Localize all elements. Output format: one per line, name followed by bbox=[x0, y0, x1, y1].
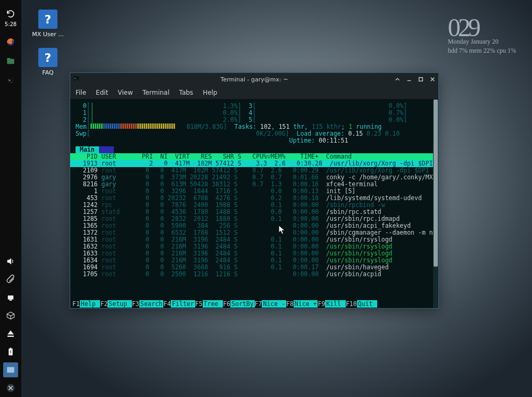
reload-icon[interactable] bbox=[3, 6, 18, 21]
menu-file[interactable]: File bbox=[76, 89, 86, 96]
terminal-launcher-icon[interactable]: >_ bbox=[3, 73, 18, 88]
svg-rect-6 bbox=[10, 300, 12, 301]
minimize-button[interactable] bbox=[403, 73, 415, 85]
htop-header: 0[| 1.3%] 3[ 0.0%] 1[| 0.0%] 4[ 0.7%] 2[… bbox=[70, 100, 438, 146]
menubar: File Edit View Terminal Tabs Help bbox=[70, 86, 438, 100]
htop-fkeys[interactable]: F1Help F2Setup F3SearchF4FilterF5Tree F6… bbox=[70, 301, 433, 308]
svg-rect-5 bbox=[8, 295, 14, 300]
svg-rect-2 bbox=[7, 58, 10, 60]
left-panel: 5:28 >_ bbox=[0, 0, 21, 397]
svg-rect-9 bbox=[7, 367, 14, 373]
menu-terminal[interactable]: Terminal bbox=[143, 89, 170, 96]
menu-view[interactable]: View bbox=[118, 89, 132, 96]
menu-icon[interactable] bbox=[3, 381, 18, 395]
firefox-icon[interactable] bbox=[3, 35, 18, 49]
svg-text:>_: >_ bbox=[74, 77, 78, 80]
rollup-button[interactable] bbox=[392, 73, 403, 85]
titlebar[interactable]: >_ Terminal - gary@mx: ~ bbox=[70, 73, 438, 86]
menu-help[interactable]: Help bbox=[203, 89, 217, 96]
maximize-button[interactable] bbox=[415, 73, 427, 85]
active-window-icon[interactable] bbox=[3, 362, 18, 377]
svg-text:>_: >_ bbox=[9, 78, 13, 82]
terminal-window: >_ Terminal - gary@mx: ~ File Edit View … bbox=[70, 72, 439, 309]
scrollbar-thumb[interactable] bbox=[434, 100, 438, 267]
network-icon[interactable] bbox=[3, 290, 18, 305]
attach-icon[interactable] bbox=[3, 272, 18, 287]
scrollbar[interactable] bbox=[433, 100, 438, 308]
overlay-stats: hdd 7% mem 22% cpu 1% bbox=[448, 47, 516, 55]
svg-rect-8 bbox=[10, 348, 12, 349]
desktop-icon-label: FAQ bbox=[29, 69, 66, 76]
battery-icon[interactable] bbox=[3, 344, 18, 359]
desktop-icon-mxuser[interactable]: ? MX User ... bbox=[29, 10, 66, 38]
close-button[interactable] bbox=[427, 73, 438, 85]
panel-clock: 5:28 bbox=[5, 21, 16, 27]
volume-icon[interactable] bbox=[3, 254, 18, 269]
window-app-icon: >_ bbox=[70, 75, 82, 84]
overlay-date: Monday January 20 bbox=[448, 38, 516, 46]
desktop-clock-overlay: 029 Monday January 20 hdd 7% mem 22% cpu… bbox=[448, 13, 516, 55]
eject-icon[interactable] bbox=[3, 326, 18, 341]
desktop-icon-faq[interactable]: ? FAQ bbox=[29, 48, 66, 76]
desktop-icon-label: MX User ... bbox=[29, 31, 66, 38]
menu-tabs[interactable]: Tabs bbox=[179, 89, 194, 96]
help-icon: ? bbox=[38, 10, 57, 29]
files-icon[interactable] bbox=[3, 54, 18, 69]
help-icon: ? bbox=[38, 48, 57, 67]
window-title: Terminal - gary@mx: ~ bbox=[70, 76, 438, 83]
package-icon[interactable] bbox=[3, 308, 18, 323]
htop-process-list[interactable]: 2109 root 0 0 417M 102M 57412 S 0.7 2.6 … bbox=[70, 167, 438, 278]
svg-rect-13 bbox=[419, 78, 423, 81]
process-row[interactable]: 1705 root 0 0 2500 1216 1216 S 0:00.00 /… bbox=[70, 271, 438, 278]
menu-edit[interactable]: Edit bbox=[96, 89, 108, 96]
terminal-viewport[interactable]: 0[| 1.3%] 3[ 0.0%] 1[| 0.0%] 4[ 0.7%] 2[… bbox=[70, 100, 438, 308]
